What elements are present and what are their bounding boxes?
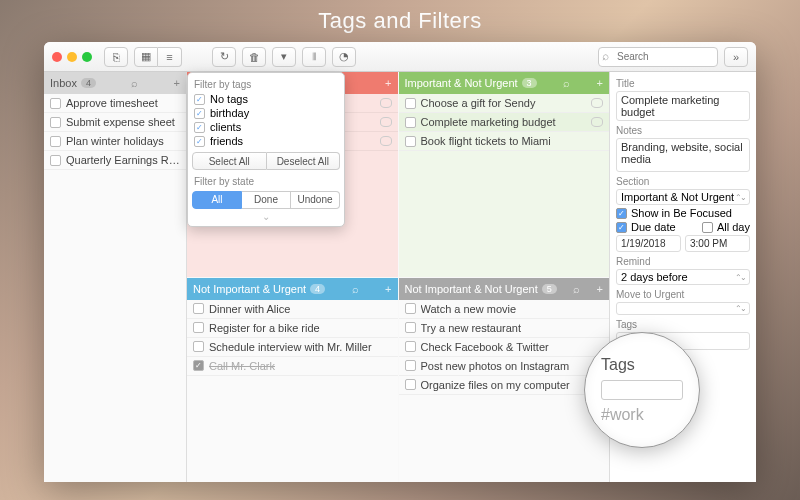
filter-state-label: Filter by state	[192, 174, 340, 189]
filter-option[interactable]: clients	[192, 120, 340, 134]
list-item[interactable]: Organize files on my computer	[399, 376, 610, 395]
filter-tags-label: Filter by tags	[192, 77, 340, 92]
inbox-header[interactable]: Inbox 4 ⌕ +	[44, 72, 186, 94]
magnify-input	[601, 380, 683, 400]
move-select[interactable]	[616, 302, 750, 315]
list-item[interactable]: Try a new restaurant	[399, 319, 610, 338]
checkbox[interactable]	[194, 108, 205, 119]
quadrant-not-important-not-urgent: Not Important & Not Urgent5⌕+ Watch a ne…	[399, 278, 610, 483]
tray-button[interactable]: ⎘	[104, 47, 128, 67]
checkbox[interactable]	[194, 136, 205, 147]
title-label: Title	[616, 78, 750, 89]
state-undone[interactable]: Undone	[291, 191, 340, 209]
sidebar: Inbox 4 ⌕ + Approve timesheet Submit exp…	[44, 72, 187, 482]
hero-title: Tags and Filters	[0, 8, 800, 34]
move-label: Move to Urgent	[616, 289, 750, 300]
section-select[interactable]: Important & Not Urgent	[616, 189, 750, 205]
search-icon[interactable]: ⌕	[573, 283, 580, 295]
zoom-icon[interactable]	[82, 52, 92, 62]
minimize-icon[interactable]	[67, 52, 77, 62]
toggle-inspector-button[interactable]: »	[724, 47, 748, 67]
quadrant-not-important-urgent: Not Important & Urgent4⌕+ Dinner with Al…	[187, 278, 398, 483]
list-item[interactable]: Post new photos on Instagram	[399, 357, 610, 376]
notes-label: Notes	[616, 125, 750, 136]
checkbox[interactable]	[50, 98, 61, 109]
filter-popover: Filter by tags No tags birthday clients …	[187, 72, 345, 227]
add-icon[interactable]: +	[385, 283, 391, 295]
list-item[interactable]: Register for a bike rideJan 04	[187, 319, 398, 338]
checkbox[interactable]	[194, 94, 205, 105]
search-icon[interactable]: ⌕	[131, 77, 138, 89]
inbox-title: Inbox	[50, 77, 77, 89]
section-label: Section	[616, 176, 750, 187]
list-item: Plan winter holidays	[44, 132, 186, 151]
list-item[interactable]: Schedule interview with Mr. Miller	[187, 338, 398, 357]
view-segment[interactable]: ▦ ≡	[134, 47, 182, 67]
list-item[interactable]: ✓Call Mr. Clark	[187, 357, 398, 376]
checkbox[interactable]	[50, 136, 61, 147]
list-view-button[interactable]: ≡	[158, 47, 182, 67]
remind-select[interactable]: 2 days before	[616, 269, 750, 285]
list-item: Submit expense sheet	[44, 113, 186, 132]
comment-icon[interactable]	[380, 117, 392, 127]
list-item: Quarterly Earnings Report	[44, 151, 186, 170]
search-icon[interactable]: ⌕	[563, 77, 570, 89]
show-checkbox[interactable]: ✓	[616, 208, 627, 219]
add-icon[interactable]: +	[174, 77, 180, 89]
filter-option[interactable]: friends	[192, 134, 340, 148]
due-date-field[interactable]: 1/19/2018	[616, 235, 681, 252]
add-icon[interactable]: +	[597, 283, 603, 295]
add-icon[interactable]: +	[597, 77, 603, 89]
list-item[interactable]: Choose a gift for SendyJan 21	[399, 94, 610, 113]
trash-button[interactable]: 🗑	[242, 47, 266, 67]
state-segment[interactable]: All Done Undone	[192, 191, 340, 209]
inbox-count: 4	[81, 78, 96, 88]
comment-icon[interactable]	[380, 98, 392, 108]
titlebar: ⎘ ▦ ≡ ↻ 🗑 ▾ ⫴ ◔ »	[44, 42, 756, 72]
list-item[interactable]: Check Facebook & Twitter	[399, 338, 610, 357]
due-time-field[interactable]: 3:00 PM	[685, 235, 750, 252]
search-input[interactable]	[598, 47, 718, 67]
due-checkbox[interactable]: ✓	[616, 222, 627, 233]
comment-icon[interactable]	[380, 136, 392, 146]
filter-option[interactable]: No tags	[192, 92, 340, 106]
allday-checkbox[interactable]	[702, 222, 713, 233]
search-icon[interactable]: ⌕	[352, 283, 359, 295]
sync-button[interactable]: ↻	[212, 47, 236, 67]
deselect-all-button[interactable]: Deselect All	[267, 152, 341, 170]
select-all-button[interactable]: Select All	[192, 152, 267, 170]
list-item[interactable]: Dinner with AliceJan 03	[187, 300, 398, 319]
list-item[interactable]: Complete marketing budgetJan 19	[399, 113, 610, 132]
list-item[interactable]: Book flight tickets to Miami	[399, 132, 610, 151]
notes-field[interactable]: Branding, website, social media	[616, 138, 750, 172]
magnifier-lens: Tags #work	[584, 332, 700, 448]
checkbox[interactable]	[194, 122, 205, 133]
magnify-hash: #work	[601, 406, 683, 424]
magnify-tags-label: Tags	[601, 356, 683, 374]
stats-button[interactable]: ⫴	[302, 47, 326, 67]
close-icon[interactable]	[52, 52, 62, 62]
grid-view-button[interactable]: ▦	[134, 47, 158, 67]
app-window: ⎘ ▦ ≡ ↻ 🗑 ▾ ⫴ ◔ » Inbox 4 ⌕ + Approve ti…	[44, 42, 756, 482]
add-icon[interactable]: +	[385, 77, 391, 89]
timer-button[interactable]: ◔	[332, 47, 356, 67]
checkbox[interactable]	[50, 155, 61, 166]
state-done[interactable]: Done	[242, 191, 291, 209]
state-all[interactable]: All	[192, 191, 242, 209]
filter-button[interactable]: ▾	[272, 47, 296, 67]
remind-label: Remind	[616, 256, 750, 267]
comment-icon[interactable]	[591, 117, 603, 127]
list-item[interactable]: Watch a new movie	[399, 300, 610, 319]
quadrant-board: ⌕+ …n 07 …n 07 …n 04 Important & Not Urg…	[187, 72, 609, 482]
list-item: Approve timesheet	[44, 94, 186, 113]
tags-label: Tags	[616, 319, 750, 330]
filter-option[interactable]: birthday	[192, 106, 340, 120]
title-field[interactable]: Complete marketing budget	[616, 91, 750, 121]
quadrant-important-not-urgent: Important & Not Urgent3⌕+ Choose a gift …	[399, 72, 610, 277]
chevron-down-icon[interactable]: ⌄	[192, 211, 340, 222]
comment-icon[interactable]	[591, 98, 603, 108]
checkbox[interactable]	[50, 117, 61, 128]
traffic-lights	[52, 52, 92, 62]
